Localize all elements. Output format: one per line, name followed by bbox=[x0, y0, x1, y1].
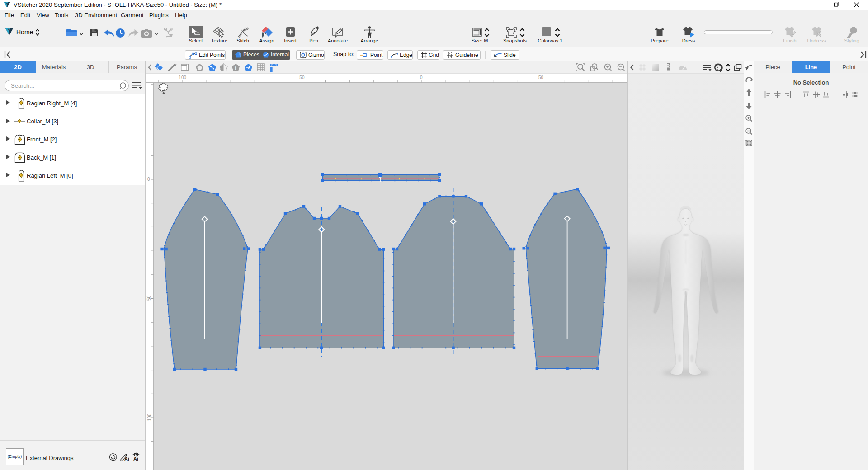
svg-text:Ai: Ai bbox=[124, 456, 129, 461]
svg-text:Ai: Ai bbox=[133, 456, 138, 461]
svg-text:i: i bbox=[235, 65, 236, 70]
